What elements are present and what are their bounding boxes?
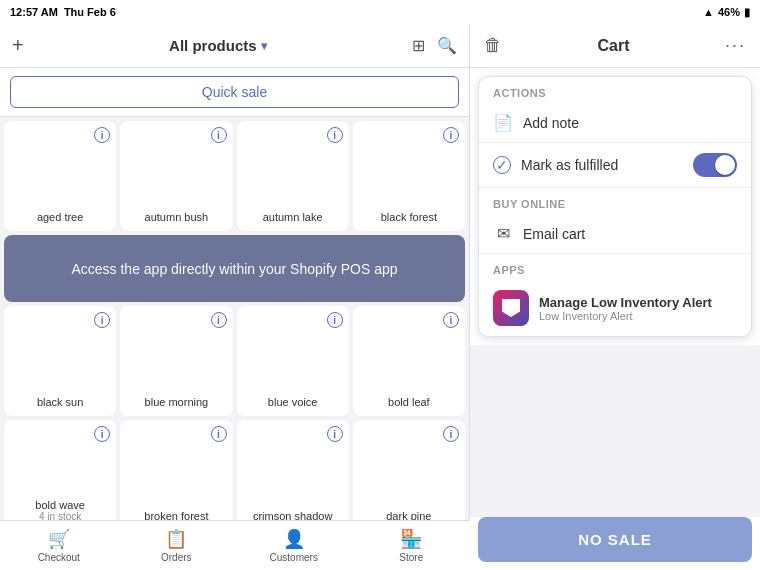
- product-cell-autumn-lake[interactable]: i autumn lake: [237, 121, 349, 231]
- product-name: aged tree: [37, 211, 83, 223]
- product-cell-bold-leaf[interactable]: i bold leaf: [353, 306, 465, 416]
- wifi-icon: ▲: [703, 6, 714, 18]
- product-name: blue voice: [268, 396, 318, 408]
- app-name: Manage Low Inventory Alert: [539, 295, 712, 310]
- time: 12:57 AM: [10, 6, 58, 18]
- cart-title: Cart: [502, 37, 725, 55]
- nav-checkout[interactable]: 🛒 Checkout: [0, 528, 118, 563]
- cart-panel: 🗑 Cart ··· ACTIONS 📄 Add note ✓ Mark as …: [470, 24, 760, 570]
- info-icon[interactable]: i: [211, 426, 227, 442]
- apps-section-label: APPS: [479, 254, 751, 280]
- nav-orders[interactable]: 📋 Orders: [118, 528, 236, 563]
- check-icon: ✓: [493, 156, 511, 174]
- customers-label: Customers: [270, 552, 318, 563]
- nav-store[interactable]: 🏪 Store: [353, 528, 471, 563]
- products-header: + All products ▾ ⊞ 🔍: [0, 24, 469, 68]
- checkout-icon: 🛒: [48, 528, 70, 550]
- product-name: autumn lake: [263, 211, 323, 223]
- dropdown-chevron-icon[interactable]: ▾: [261, 39, 267, 53]
- date: Thu Feb 6: [64, 6, 116, 18]
- note-icon: 📄: [493, 113, 513, 132]
- product-name: bold leaf: [388, 396, 430, 408]
- buy-online-section-label: BUY ONLINE: [479, 188, 751, 214]
- mark-fulfilled-row[interactable]: ✓ Mark as fulfilled: [479, 143, 751, 188]
- product-cell-bold-wave[interactable]: i bold wave 4 in stock: [4, 420, 116, 530]
- add-note-label: Add note: [523, 115, 579, 131]
- cart-header: 🗑 Cart ···: [470, 24, 760, 68]
- manage-inventory-app-row[interactable]: Manage Low Inventory Alert Low Inventory…: [479, 280, 751, 336]
- info-icon[interactable]: i: [94, 426, 110, 442]
- battery-icon: ▮: [744, 6, 750, 19]
- app-icon-inner: [502, 299, 520, 317]
- info-icon[interactable]: i: [327, 127, 343, 143]
- email-cart-row[interactable]: ✉ Email cart: [479, 214, 751, 254]
- info-icon[interactable]: i: [443, 426, 459, 442]
- product-cell-aged-tree[interactable]: i aged tree: [4, 121, 116, 231]
- add-button[interactable]: +: [12, 34, 24, 57]
- email-icon: ✉: [493, 224, 513, 243]
- cart-delete-icon[interactable]: 🗑: [484, 35, 502, 56]
- info-icon[interactable]: i: [94, 127, 110, 143]
- product-cell-crimson-shadow[interactable]: i crimson shadow: [237, 420, 349, 530]
- app-access-overlay: Access the app directly within your Shop…: [4, 235, 465, 302]
- info-icon[interactable]: i: [443, 312, 459, 328]
- info-icon[interactable]: i: [211, 127, 227, 143]
- info-icon[interactable]: i: [443, 127, 459, 143]
- product-name: black sun: [37, 396, 83, 408]
- product-cell-dark-pine[interactable]: i dark pine: [353, 420, 465, 530]
- orders-icon: 📋: [165, 528, 187, 550]
- quick-sale-button[interactable]: Quick sale: [10, 76, 459, 108]
- cart-empty-space: [470, 345, 760, 517]
- checkout-label: Checkout: [38, 552, 80, 563]
- battery-level: 46%: [718, 6, 740, 18]
- cart-more-icon[interactable]: ···: [725, 35, 746, 56]
- status-bar: 12:57 AM Thu Feb 6 ▲ 46% ▮: [0, 0, 760, 24]
- no-sale-button[interactable]: NO SALE: [478, 517, 752, 562]
- header-icons: ⊞ 🔍: [412, 36, 457, 55]
- actions-section-label: ACTIONS: [479, 77, 751, 103]
- mark-fulfilled-label: Mark as fulfilled: [521, 157, 618, 173]
- quick-sale-bar: Quick sale: [0, 68, 469, 117]
- product-cell-autumn-bush[interactable]: i autumn bush: [120, 121, 232, 231]
- info-icon[interactable]: i: [211, 312, 227, 328]
- info-icon[interactable]: i: [327, 312, 343, 328]
- store-icon: 🏪: [400, 528, 422, 550]
- app-subtitle: Low Inventory Alert: [539, 310, 712, 322]
- customers-icon: 👤: [283, 528, 305, 550]
- product-name: black forest: [381, 211, 437, 223]
- product-name: blue morning: [145, 396, 209, 408]
- search-icon[interactable]: 🔍: [437, 36, 457, 55]
- barcode-icon[interactable]: ⊞: [412, 36, 425, 55]
- add-note-row[interactable]: 📄 Add note: [479, 103, 751, 143]
- nav-customers[interactable]: 👤 Customers: [235, 528, 353, 563]
- info-icon[interactable]: i: [94, 312, 110, 328]
- app-info: Manage Low Inventory Alert Low Inventory…: [539, 295, 712, 322]
- app-icon: [493, 290, 529, 326]
- toggle-knob: [715, 155, 735, 175]
- orders-label: Orders: [161, 552, 192, 563]
- product-cell-blue-voice[interactable]: i blue voice: [237, 306, 349, 416]
- products-panel: + All products ▾ ⊞ 🔍 Quick sale i aged t…: [0, 24, 470, 570]
- product-name: autumn bush: [145, 211, 209, 223]
- store-label: Store: [399, 552, 423, 563]
- product-name: bold wave: [35, 499, 85, 511]
- product-cell-black-sun[interactable]: i black sun: [4, 306, 116, 416]
- product-grid: i aged tree i autumn bush i autumn lake …: [0, 117, 469, 534]
- bottom-nav: 🛒 Checkout 📋 Orders 👤 Customers 🏪 Store: [0, 520, 470, 570]
- dropdown-panel: ACTIONS 📄 Add note ✓ Mark as fulfilled B…: [478, 76, 752, 337]
- info-icon[interactable]: i: [327, 426, 343, 442]
- mark-fulfilled-toggle[interactable]: [693, 153, 737, 177]
- all-products-title: All products ▾: [169, 37, 267, 54]
- email-cart-label: Email cart: [523, 226, 585, 242]
- product-cell-blue-morning[interactable]: i blue morning: [120, 306, 232, 416]
- product-cell-broken-forest[interactable]: i broken forest: [120, 420, 232, 530]
- product-cell-black-forest[interactable]: i black forest: [353, 121, 465, 231]
